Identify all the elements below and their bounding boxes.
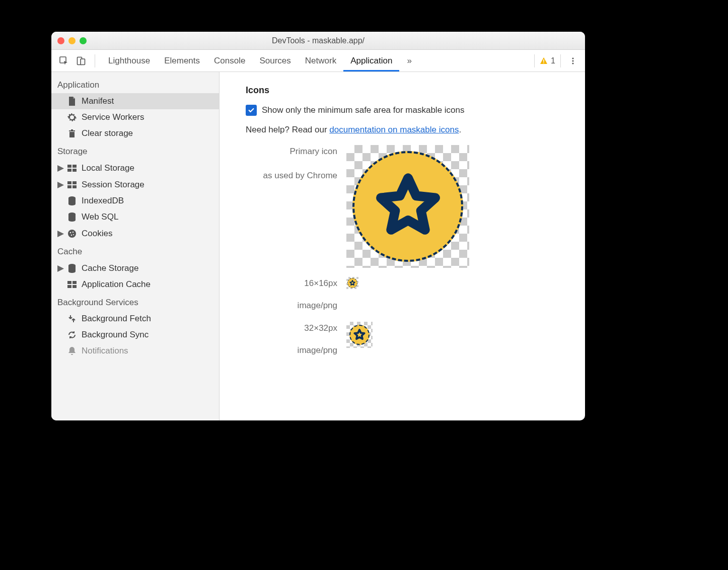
sidebar-item-label: Local Storage — [82, 163, 134, 173]
sidebar-item-background-fetch[interactable]: Background Fetch — [51, 311, 219, 327]
svg-rect-3 — [543, 59, 544, 62]
svg-rect-4 — [543, 62, 544, 63]
svg-point-7 — [572, 62, 573, 64]
sidebar-item-label: Service Workers — [82, 112, 144, 122]
database-icon — [67, 196, 77, 206]
sidebar-item-label: Session Storage — [82, 180, 144, 190]
warning-count: 1 — [551, 56, 555, 65]
cookie-icon — [67, 229, 77, 239]
inspect-element-icon[interactable] — [56, 53, 71, 68]
chevron-right-icon: ▶ — [57, 179, 62, 190]
manifest-icons-panel: Icons Show only the minimum safe area fo… — [220, 72, 585, 420]
sidebar-item-background-sync[interactable]: Background Sync — [51, 327, 219, 343]
sidebar-item-cache-storage[interactable]: ▶ Cache Storage — [51, 260, 219, 276]
trash-icon — [67, 128, 77, 138]
icon-row-32: 32×32px image/png — [246, 322, 574, 358]
svg-rect-2 — [81, 59, 85, 65]
check-icon — [248, 107, 255, 114]
svg-point-22 — [73, 234, 74, 235]
document-icon — [67, 96, 77, 106]
warning-icon — [540, 57, 548, 65]
icon-preview-16 — [346, 277, 358, 313]
sidebar-item-manifest[interactable]: Manifest — [51, 93, 219, 109]
sidebar-item-label: Cache Storage — [82, 263, 138, 273]
sidebar-item-cookies[interactable]: ▶ Cookies — [51, 225, 219, 242]
svg-rect-10 — [67, 169, 71, 172]
svg-rect-11 — [72, 169, 77, 172]
titlebar: DevTools - maskable.app/ — [51, 32, 585, 50]
panel-body: Application Manifest Service Workers Cle… — [51, 72, 585, 420]
sidebar-item-label: Notifications — [82, 346, 128, 356]
sidebar-item-label: Manifest — [82, 96, 114, 106]
chevron-right-icon: ▶ — [57, 228, 62, 239]
svg-rect-15 — [72, 185, 77, 188]
sidebar-heading-background: Background Services — [51, 293, 219, 311]
icon-label: 32×32px image/png — [246, 322, 346, 358]
devtools-toolbar: Lighthouse Elements Console Sources Netw… — [51, 50, 585, 72]
sidebar-item-label: Background Fetch — [82, 314, 151, 324]
primary-icon-preview — [346, 145, 469, 268]
primary-icon-row: Primary icon as used by Chrome — [246, 145, 574, 268]
sidebar-item-local-storage[interactable]: ▶ Local Storage — [51, 160, 219, 176]
star-badge-icon — [352, 151, 463, 262]
sync-icon — [67, 330, 77, 340]
device-toolbar-icon[interactable] — [74, 53, 89, 68]
sidebar-item-application-cache[interactable]: Application Cache — [51, 276, 219, 293]
sidebar-item-clear-storage[interactable]: Clear storage — [51, 125, 219, 141]
svg-point-5 — [572, 57, 573, 59]
svg-rect-24 — [67, 281, 71, 284]
settings-menu-button[interactable] — [566, 57, 580, 65]
svg-rect-13 — [72, 181, 77, 184]
more-tabs-button[interactable]: » — [402, 56, 416, 66]
database-icon — [67, 212, 77, 222]
svg-rect-8 — [67, 165, 71, 168]
issues-counter[interactable]: 1 — [534, 54, 561, 67]
tab-sources[interactable]: Sources — [252, 50, 298, 72]
icon-row-16: 16×16px image/png — [246, 277, 574, 313]
sidebar-heading-storage: Storage — [51, 141, 219, 160]
svg-rect-26 — [67, 285, 71, 288]
sidebar-item-indexeddb[interactable]: IndexedDB — [51, 193, 219, 209]
sidebar-item-session-storage[interactable]: ▶ Session Storage — [51, 176, 219, 193]
svg-point-18 — [68, 230, 76, 238]
toolbar-divider — [95, 54, 95, 67]
svg-point-6 — [572, 60, 573, 61]
sidebar-heading-application: Application — [51, 75, 219, 93]
database-icon — [67, 263, 77, 273]
primary-icon-label: Primary icon as used by Chrome — [246, 145, 346, 268]
sidebar-heading-cache: Cache — [51, 242, 219, 260]
svg-rect-25 — [72, 281, 77, 284]
tab-console[interactable]: Console — [207, 50, 252, 72]
tab-lighthouse[interactable]: Lighthouse — [101, 50, 157, 72]
table-icon — [67, 163, 77, 173]
tab-network[interactable]: Network — [298, 50, 343, 72]
sidebar-item-notifications[interactable]: Notifications — [51, 343, 219, 359]
sidebar-item-web-sql[interactable]: Web SQL — [51, 209, 219, 225]
sidebar-item-label: Background Sync — [82, 330, 149, 340]
sidebar-item-label: IndexedDB — [82, 196, 124, 206]
window-title: DevTools - maskable.app/ — [51, 36, 585, 45]
table-icon — [67, 279, 77, 290]
help-text: Need help? Read our documentation on mas… — [246, 125, 574, 135]
section-title: Icons — [246, 85, 574, 96]
gear-icon — [67, 112, 77, 122]
tab-elements[interactable]: Elements — [157, 50, 207, 72]
safe-area-checkbox[interactable] — [246, 105, 257, 116]
bell-icon — [67, 346, 77, 356]
devtools-window: DevTools - maskable.app/ Lighthouse Elem… — [51, 32, 585, 420]
svg-point-20 — [72, 231, 74, 232]
table-icon — [67, 180, 77, 190]
sidebar-item-label: Web SQL — [82, 212, 118, 222]
panel-tabs: Lighthouse Elements Console Sources Netw… — [101, 50, 399, 72]
chevron-right-icon: ▶ — [57, 163, 62, 173]
fetch-icon — [67, 314, 77, 324]
svg-rect-14 — [67, 185, 71, 188]
svg-point-21 — [71, 234, 72, 235]
sidebar-item-service-workers[interactable]: Service Workers — [51, 109, 219, 125]
star-badge-icon — [349, 325, 370, 345]
docs-link[interactable]: documentation on maskable icons — [329, 125, 459, 134]
chevron-right-icon: ▶ — [57, 263, 62, 273]
tab-application[interactable]: Application — [343, 50, 399, 72]
svg-rect-9 — [72, 165, 77, 168]
safe-area-checkbox-label: Show only the minimum safe area for mask… — [262, 105, 465, 115]
